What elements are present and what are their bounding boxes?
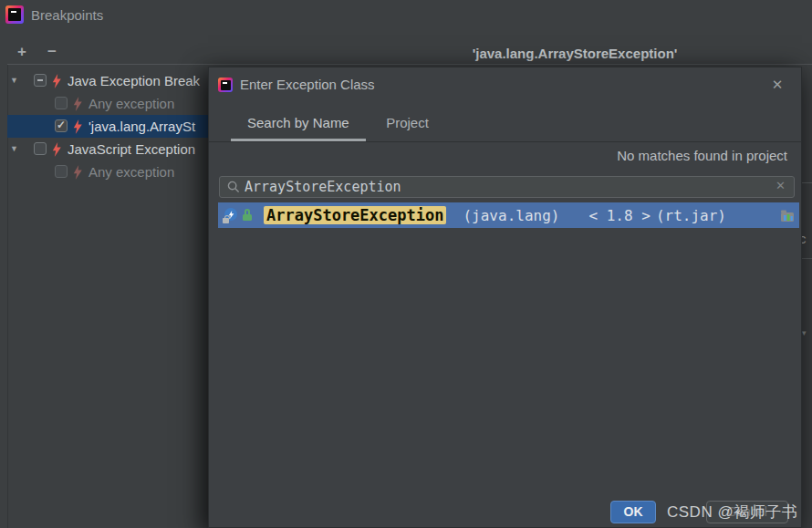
tree-row-label: Any exception — [88, 160, 174, 183]
checkbox-unchecked[interactable] — [34, 142, 47, 155]
clear-icon[interactable]: ✕ — [776, 179, 786, 192]
tab-project[interactable]: Project — [370, 102, 445, 141]
breakpoint-lightning-icon — [51, 74, 62, 88]
chevron-down-icon[interactable]: ▼ — [10, 76, 18, 85]
dialog-header[interactable]: Enter Exception Class ✕ — [209, 67, 801, 102]
toolbar-separator — [7, 64, 812, 65]
dialog-title: Enter Exception Class — [240, 67, 375, 102]
window-titlebar: Breakpoints — [0, 0, 812, 31]
remove-breakpoint-button[interactable]: − — [43, 43, 61, 61]
breakpoint-detail-title: 'java.lang.ArrayStoreException' — [274, 46, 812, 61]
add-breakpoint-button[interactable]: + — [13, 43, 31, 61]
library-icon — [780, 209, 796, 223]
edge-fragment-line — [802, 258, 812, 259]
search-icon — [227, 181, 240, 193]
breakpoint-lightning-icon — [72, 119, 83, 134]
watermark: CSDN @褐师子书 — [667, 502, 797, 523]
breakpoint-lightning-icon — [72, 165, 83, 180]
dialog-tabs: Search by Name Project — [209, 102, 801, 142]
status-text: No matches found in project — [617, 148, 787, 166]
intellij-logo-icon — [5, 5, 24, 24]
tree-row-label: 'java.lang.ArraySt — [88, 115, 195, 138]
search-input[interactable] — [245, 177, 765, 197]
intellij-logo-icon — [218, 78, 233, 92]
search-field[interactable]: ✕ — [219, 176, 795, 198]
enter-exception-class-dialog: Enter Exception Class ✕ Search by Name P… — [208, 67, 802, 528]
tree-row-label: JavaScript Exception — [68, 138, 195, 160]
exception-class-icon — [224, 208, 238, 223]
lock-icon — [243, 209, 253, 222]
edge-fragment-caret-icon: ▾ — [802, 328, 807, 337]
window-title: Breakpoints — [31, 7, 103, 23]
tab-search-by-name[interactable]: Search by Name — [231, 102, 366, 141]
ok-button[interactable]: OK — [610, 501, 656, 523]
result-class-name: ArrayStoreException — [264, 206, 446, 224]
close-icon[interactable]: ✕ — [768, 76, 786, 94]
breakpoint-lightning-icon — [72, 97, 83, 111]
checkbox-unchecked[interactable] — [55, 97, 68, 109]
tree-row-label: Any exception — [88, 92, 174, 115]
result-row[interactable]: ArrayStoreException (java.lang) < 1.8 > … — [218, 202, 799, 228]
breakpoint-lightning-icon — [51, 142, 62, 157]
chevron-down-icon[interactable]: ▼ — [10, 144, 18, 153]
tree-row-label: Java Exception Break — [68, 69, 200, 92]
checkbox-unchecked[interactable] — [55, 165, 68, 178]
checkbox-indeterminate[interactable] — [34, 74, 47, 87]
result-jar: (rt.jar) — [656, 207, 726, 224]
checkbox-checked[interactable] — [55, 119, 68, 132]
result-jdk-version: < 1.8 > — [588, 207, 650, 224]
result-package: (java.lang) — [463, 207, 559, 224]
